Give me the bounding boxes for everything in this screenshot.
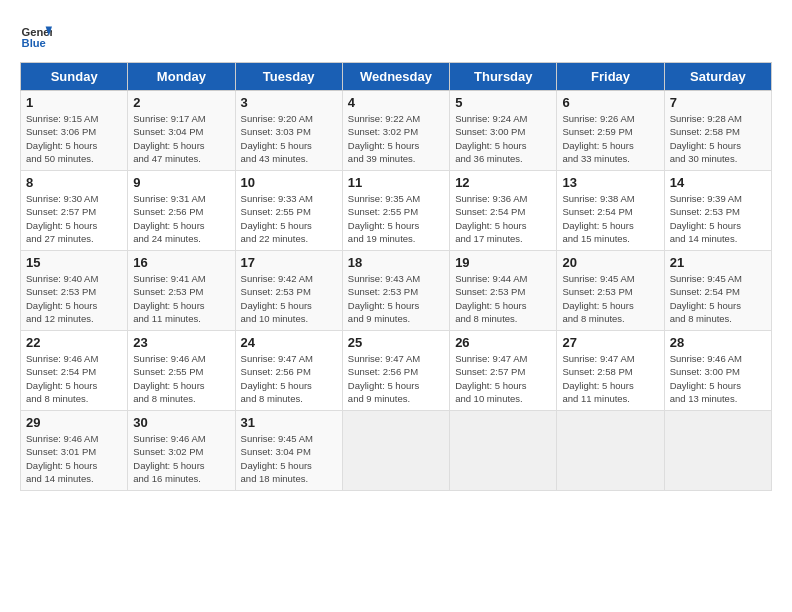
week-row-1: 1Sunrise: 9:15 AM Sunset: 3:06 PM Daylig… xyxy=(21,91,772,171)
day-cell xyxy=(557,411,664,491)
day-number: 25 xyxy=(348,335,444,350)
day-cell: 30Sunrise: 9:46 AM Sunset: 3:02 PM Dayli… xyxy=(128,411,235,491)
header-row: SundayMondayTuesdayWednesdayThursdayFrid… xyxy=(21,63,772,91)
day-cell: 6Sunrise: 9:26 AM Sunset: 2:59 PM Daylig… xyxy=(557,91,664,171)
day-cell: 16Sunrise: 9:41 AM Sunset: 2:53 PM Dayli… xyxy=(128,251,235,331)
day-info: Sunrise: 9:36 AM Sunset: 2:54 PM Dayligh… xyxy=(455,192,551,245)
day-number: 18 xyxy=(348,255,444,270)
day-info: Sunrise: 9:38 AM Sunset: 2:54 PM Dayligh… xyxy=(562,192,658,245)
day-number: 17 xyxy=(241,255,337,270)
day-number: 21 xyxy=(670,255,766,270)
logo: General Blue xyxy=(20,20,56,52)
day-cell: 22Sunrise: 9:46 AM Sunset: 2:54 PM Dayli… xyxy=(21,331,128,411)
day-info: Sunrise: 9:22 AM Sunset: 3:02 PM Dayligh… xyxy=(348,112,444,165)
header-day-thursday: Thursday xyxy=(450,63,557,91)
day-cell: 31Sunrise: 9:45 AM Sunset: 3:04 PM Dayli… xyxy=(235,411,342,491)
day-number: 27 xyxy=(562,335,658,350)
day-cell: 2Sunrise: 9:17 AM Sunset: 3:04 PM Daylig… xyxy=(128,91,235,171)
day-info: Sunrise: 9:24 AM Sunset: 3:00 PM Dayligh… xyxy=(455,112,551,165)
header-day-saturday: Saturday xyxy=(664,63,771,91)
calendar-table: SundayMondayTuesdayWednesdayThursdayFrid… xyxy=(20,62,772,491)
day-number: 13 xyxy=(562,175,658,190)
day-number: 6 xyxy=(562,95,658,110)
week-row-2: 8Sunrise: 9:30 AM Sunset: 2:57 PM Daylig… xyxy=(21,171,772,251)
day-info: Sunrise: 9:43 AM Sunset: 2:53 PM Dayligh… xyxy=(348,272,444,325)
day-info: Sunrise: 9:40 AM Sunset: 2:53 PM Dayligh… xyxy=(26,272,122,325)
day-cell: 15Sunrise: 9:40 AM Sunset: 2:53 PM Dayli… xyxy=(21,251,128,331)
day-info: Sunrise: 9:33 AM Sunset: 2:55 PM Dayligh… xyxy=(241,192,337,245)
day-cell: 27Sunrise: 9:47 AM Sunset: 2:58 PM Dayli… xyxy=(557,331,664,411)
day-info: Sunrise: 9:45 AM Sunset: 2:53 PM Dayligh… xyxy=(562,272,658,325)
day-cell: 5Sunrise: 9:24 AM Sunset: 3:00 PM Daylig… xyxy=(450,91,557,171)
day-info: Sunrise: 9:47 AM Sunset: 2:56 PM Dayligh… xyxy=(241,352,337,405)
day-cell xyxy=(450,411,557,491)
day-info: Sunrise: 9:30 AM Sunset: 2:57 PM Dayligh… xyxy=(26,192,122,245)
logo-icon: General Blue xyxy=(20,20,52,52)
day-number: 20 xyxy=(562,255,658,270)
day-number: 23 xyxy=(133,335,229,350)
day-info: Sunrise: 9:46 AM Sunset: 2:54 PM Dayligh… xyxy=(26,352,122,405)
day-cell: 28Sunrise: 9:46 AM Sunset: 3:00 PM Dayli… xyxy=(664,331,771,411)
day-info: Sunrise: 9:45 AM Sunset: 2:54 PM Dayligh… xyxy=(670,272,766,325)
week-row-3: 15Sunrise: 9:40 AM Sunset: 2:53 PM Dayli… xyxy=(21,251,772,331)
day-number: 12 xyxy=(455,175,551,190)
day-number: 24 xyxy=(241,335,337,350)
day-info: Sunrise: 9:46 AM Sunset: 2:55 PM Dayligh… xyxy=(133,352,229,405)
day-cell: 12Sunrise: 9:36 AM Sunset: 2:54 PM Dayli… xyxy=(450,171,557,251)
day-cell: 8Sunrise: 9:30 AM Sunset: 2:57 PM Daylig… xyxy=(21,171,128,251)
day-info: Sunrise: 9:28 AM Sunset: 2:58 PM Dayligh… xyxy=(670,112,766,165)
day-info: Sunrise: 9:47 AM Sunset: 2:57 PM Dayligh… xyxy=(455,352,551,405)
day-number: 16 xyxy=(133,255,229,270)
day-cell: 17Sunrise: 9:42 AM Sunset: 2:53 PM Dayli… xyxy=(235,251,342,331)
day-number: 3 xyxy=(241,95,337,110)
page-header: General Blue xyxy=(20,20,772,52)
day-cell: 23Sunrise: 9:46 AM Sunset: 2:55 PM Dayli… xyxy=(128,331,235,411)
day-number: 22 xyxy=(26,335,122,350)
day-number: 4 xyxy=(348,95,444,110)
day-number: 14 xyxy=(670,175,766,190)
day-cell xyxy=(342,411,449,491)
day-cell: 19Sunrise: 9:44 AM Sunset: 2:53 PM Dayli… xyxy=(450,251,557,331)
day-number: 8 xyxy=(26,175,122,190)
day-cell: 21Sunrise: 9:45 AM Sunset: 2:54 PM Dayli… xyxy=(664,251,771,331)
day-number: 7 xyxy=(670,95,766,110)
day-cell: 10Sunrise: 9:33 AM Sunset: 2:55 PM Dayli… xyxy=(235,171,342,251)
day-info: Sunrise: 9:46 AM Sunset: 3:01 PM Dayligh… xyxy=(26,432,122,485)
day-number: 10 xyxy=(241,175,337,190)
header-day-wednesday: Wednesday xyxy=(342,63,449,91)
header-day-sunday: Sunday xyxy=(21,63,128,91)
day-cell xyxy=(664,411,771,491)
day-number: 1 xyxy=(26,95,122,110)
day-number: 29 xyxy=(26,415,122,430)
header-day-friday: Friday xyxy=(557,63,664,91)
header-day-monday: Monday xyxy=(128,63,235,91)
day-cell: 11Sunrise: 9:35 AM Sunset: 2:55 PM Dayli… xyxy=(342,171,449,251)
day-info: Sunrise: 9:44 AM Sunset: 2:53 PM Dayligh… xyxy=(455,272,551,325)
day-info: Sunrise: 9:42 AM Sunset: 2:53 PM Dayligh… xyxy=(241,272,337,325)
day-number: 11 xyxy=(348,175,444,190)
day-info: Sunrise: 9:35 AM Sunset: 2:55 PM Dayligh… xyxy=(348,192,444,245)
day-cell: 24Sunrise: 9:47 AM Sunset: 2:56 PM Dayli… xyxy=(235,331,342,411)
day-number: 15 xyxy=(26,255,122,270)
day-cell: 26Sunrise: 9:47 AM Sunset: 2:57 PM Dayli… xyxy=(450,331,557,411)
day-number: 19 xyxy=(455,255,551,270)
day-cell: 20Sunrise: 9:45 AM Sunset: 2:53 PM Dayli… xyxy=(557,251,664,331)
header-day-tuesday: Tuesday xyxy=(235,63,342,91)
day-number: 9 xyxy=(133,175,229,190)
day-info: Sunrise: 9:46 AM Sunset: 3:02 PM Dayligh… xyxy=(133,432,229,485)
day-cell: 13Sunrise: 9:38 AM Sunset: 2:54 PM Dayli… xyxy=(557,171,664,251)
day-info: Sunrise: 9:31 AM Sunset: 2:56 PM Dayligh… xyxy=(133,192,229,245)
day-number: 30 xyxy=(133,415,229,430)
day-cell: 25Sunrise: 9:47 AM Sunset: 2:56 PM Dayli… xyxy=(342,331,449,411)
day-cell: 18Sunrise: 9:43 AM Sunset: 2:53 PM Dayli… xyxy=(342,251,449,331)
day-cell: 29Sunrise: 9:46 AM Sunset: 3:01 PM Dayli… xyxy=(21,411,128,491)
day-cell: 14Sunrise: 9:39 AM Sunset: 2:53 PM Dayli… xyxy=(664,171,771,251)
day-info: Sunrise: 9:45 AM Sunset: 3:04 PM Dayligh… xyxy=(241,432,337,485)
day-cell: 3Sunrise: 9:20 AM Sunset: 3:03 PM Daylig… xyxy=(235,91,342,171)
day-info: Sunrise: 9:41 AM Sunset: 2:53 PM Dayligh… xyxy=(133,272,229,325)
week-row-4: 22Sunrise: 9:46 AM Sunset: 2:54 PM Dayli… xyxy=(21,331,772,411)
day-info: Sunrise: 9:46 AM Sunset: 3:00 PM Dayligh… xyxy=(670,352,766,405)
day-cell: 1Sunrise: 9:15 AM Sunset: 3:06 PM Daylig… xyxy=(21,91,128,171)
day-info: Sunrise: 9:39 AM Sunset: 2:53 PM Dayligh… xyxy=(670,192,766,245)
day-info: Sunrise: 9:20 AM Sunset: 3:03 PM Dayligh… xyxy=(241,112,337,165)
